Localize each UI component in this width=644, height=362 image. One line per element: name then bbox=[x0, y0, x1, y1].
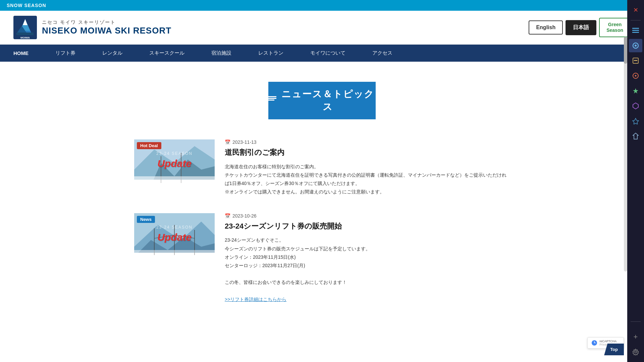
toolbar-icon-6[interactable] bbox=[629, 99, 642, 113]
page-header-icon bbox=[268, 96, 276, 105]
svg-text:MOIWA: MOIWA bbox=[20, 36, 30, 39]
news-body-2: 📅 2023-10-26 23-24シーズンリフト券の販売開始 23-24シーズ… bbox=[225, 213, 510, 304]
settings-icon[interactable] bbox=[629, 345, 642, 359]
svg-rect-18 bbox=[268, 98, 276, 99]
news-thumb-2: News 23-24 SEASON Update bbox=[134, 213, 215, 267]
scrollbar-thumb[interactable] bbox=[624, 37, 627, 64]
logo-text: ニセコ モイワ スキーリゾート NISEKO MOIWA SKI RESORT bbox=[42, 19, 171, 36]
scrollbar[interactable] bbox=[624, 37, 627, 272]
news-item-2: News 23-24 SEASON Update 📅 2023-10-26 23… bbox=[134, 213, 510, 304]
close-icon[interactable]: ✕ bbox=[629, 3, 642, 17]
toolbar-icon-2[interactable] bbox=[629, 39, 642, 52]
svg-rect-27 bbox=[134, 176, 215, 193]
svg-point-9 bbox=[635, 351, 637, 353]
nav-rental[interactable]: レンタル bbox=[89, 45, 136, 62]
top-bar-label: SNOW SEASON bbox=[7, 3, 46, 8]
news-link-2[interactable]: >>リフト券詳細はこちらから bbox=[225, 297, 286, 302]
svg-rect-15 bbox=[17, 33, 34, 35]
japanese-button[interactable]: 日本語 bbox=[566, 20, 596, 35]
season-label-2: 23-24 SEASON bbox=[134, 225, 215, 230]
svg-rect-0 bbox=[632, 28, 639, 29]
date-text-1: 2023-11-13 bbox=[232, 139, 257, 145]
news-item-1: Hot Deal 23-24 SEASON Update 📅 2023-11-1… bbox=[134, 139, 510, 196]
calendar-icon-1: 📅 bbox=[225, 139, 230, 145]
right-toolbar: ✕ + bbox=[627, 0, 644, 362]
top-button[interactable]: Top bbox=[604, 344, 624, 355]
update-label-1: Update bbox=[134, 158, 215, 169]
svg-rect-1 bbox=[632, 30, 639, 31]
green-season-button[interactable]: Green Season bbox=[599, 18, 631, 37]
update-label-2: Update bbox=[134, 232, 215, 243]
separator bbox=[631, 20, 641, 20]
header: MOIWA ニセコ モイワ スキーリゾート NISEKO MOIWA SKI R… bbox=[0, 11, 644, 45]
toolbar-icon-5[interactable] bbox=[629, 84, 642, 98]
page-header: ニュース＆トピックス bbox=[268, 82, 376, 119]
english-button[interactable]: English bbox=[529, 20, 563, 35]
news-date-1: 📅 2023-11-13 bbox=[225, 139, 510, 145]
svg-marker-8 bbox=[633, 118, 639, 124]
top-bar: SNOW SEASON bbox=[0, 0, 644, 11]
logo-en-name: NISEKO MOIWA SKI RESORT bbox=[42, 25, 171, 36]
svg-rect-19 bbox=[268, 100, 274, 101]
badge-news: News bbox=[137, 216, 155, 223]
separator2 bbox=[631, 321, 641, 322]
svg-rect-37 bbox=[134, 250, 215, 267]
main-nav: HOME リフト券 レンタル スキースクール 宿泊施設 レストラン モイワについ… bbox=[0, 45, 644, 62]
logo-jp-name: ニセコ モイワ スキーリゾート bbox=[42, 19, 171, 25]
nav-liftkken[interactable]: リフト券 bbox=[42, 45, 89, 62]
green-line1: Green bbox=[608, 22, 622, 27]
language-buttons: English 日本語 Green Season bbox=[529, 18, 631, 37]
news-body-1: 📅 2023-11-13 道民割引のご案内 北海道在住のお客様に特別な割引のご案… bbox=[225, 139, 510, 196]
svg-point-4 bbox=[635, 45, 637, 47]
svg-rect-17 bbox=[268, 96, 276, 97]
nav-access[interactable]: アクセス bbox=[359, 45, 406, 62]
news-text-2: 23-24シーズンもすぐそこ。 今シーズンのリフト券の販売スケジュールは下記を予… bbox=[225, 236, 510, 304]
toolbar-icon-3[interactable] bbox=[629, 54, 642, 67]
toolbar-icon-4[interactable] bbox=[629, 69, 642, 82]
news-title-1: 道民割引のご案内 bbox=[225, 147, 510, 158]
toolbar-icon-8[interactable] bbox=[629, 129, 642, 143]
green-line2: Season bbox=[606, 27, 623, 33]
page-header-title: ニュース＆トピックス bbox=[280, 88, 376, 113]
news-text-1: 北海道在住のお客様に特別な割引のご案内。 チケットカウンターにて北海道在住を証明… bbox=[225, 163, 510, 196]
logo-image: MOIWA bbox=[13, 16, 37, 39]
news-thumb-1: Hot Deal 23-24 SEASON Update bbox=[134, 139, 215, 193]
nav-lodging[interactable]: 宿泊施設 bbox=[198, 45, 245, 62]
news-title-2: 23-24シーズンリフト券の販売開始 bbox=[225, 221, 510, 232]
svg-rect-2 bbox=[632, 32, 639, 33]
nav-skischool[interactable]: スキースクール bbox=[136, 45, 198, 62]
news-date-2: 📅 2023-10-26 bbox=[225, 213, 510, 219]
toolbar-icon-1[interactable] bbox=[629, 24, 642, 37]
nav-about[interactable]: モイワについて bbox=[297, 45, 359, 62]
nav-restaurant[interactable]: レストラン bbox=[245, 45, 297, 62]
nav-home[interactable]: HOME bbox=[0, 45, 42, 61]
add-icon[interactable]: + bbox=[629, 330, 642, 344]
main-content: ニュース＆トピックス bbox=[121, 72, 523, 334]
badge-hotdeal: Hot Deal bbox=[137, 142, 161, 149]
logo-area: MOIWA ニセコ モイワ スキーリゾート NISEKO MOIWA SKI R… bbox=[13, 16, 171, 39]
calendar-icon-2: 📅 bbox=[225, 213, 230, 219]
svg-rect-6 bbox=[634, 60, 637, 61]
toolbar-icon-7[interactable] bbox=[629, 114, 642, 128]
date-text-2: 2023-10-26 bbox=[232, 213, 257, 219]
season-label-1: 23-24 SEASON bbox=[134, 151, 215, 156]
